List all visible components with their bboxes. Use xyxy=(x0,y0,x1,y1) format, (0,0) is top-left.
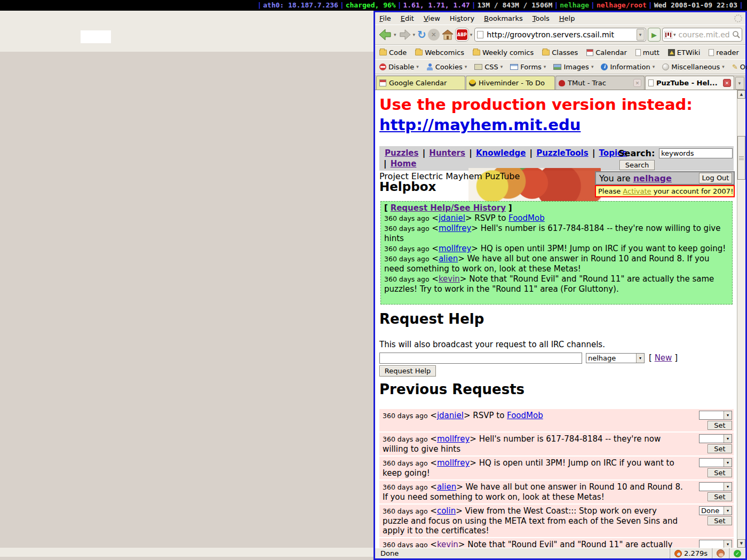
fasterfox-icon[interactable] xyxy=(674,550,682,557)
scroll-up-button[interactable]: ▲ xyxy=(737,90,745,99)
status-select[interactable]: ▾ xyxy=(699,434,732,443)
web-search-input[interactable] xyxy=(678,30,731,39)
site-search-button[interactable]: Search xyxy=(619,160,655,170)
forward-dropdown-icon[interactable]: ▾ xyxy=(413,32,416,37)
logout-button[interactable]: Log Out xyxy=(699,173,732,183)
adblock-dropdown-icon[interactable]: ▾ xyxy=(470,32,473,37)
tab-google-calendar[interactable]: Google Calendar xyxy=(376,76,465,90)
url-history-dropdown[interactable]: ▾ xyxy=(637,29,645,41)
bookmark-etwiki[interactable]: ETWiki xyxy=(668,49,700,57)
nav-knowledge[interactable]: Knowledge xyxy=(476,148,526,158)
bookmark-classes[interactable]: Classes xyxy=(542,49,578,57)
webdev-disable[interactable]: Disable▾ xyxy=(379,63,419,71)
foodmob-link[interactable]: FoodMob xyxy=(508,213,545,223)
request-help-history-link[interactable]: Request Help/See History xyxy=(391,203,506,213)
webdev-images[interactable]: Images▾ xyxy=(553,63,594,71)
bookmark-weekly-comics[interactable]: Weekly comics xyxy=(473,49,534,57)
go-button[interactable]: ▶ xyxy=(648,28,661,42)
reload-button[interactable]: ↻ xyxy=(417,27,426,43)
foodmob-link[interactable]: FoodMob xyxy=(507,411,543,420)
stop-button[interactable]: ✕ xyxy=(428,27,440,43)
webdev-outline[interactable]: ✎Outline xyxy=(732,63,747,71)
menu-history[interactable]: History xyxy=(450,14,474,22)
select-dropdown-button[interactable]: ▾ xyxy=(636,354,644,363)
webdev-forms[interactable]: Forms▾ xyxy=(510,63,546,71)
status-select[interactable]: ▾ xyxy=(699,540,732,548)
user-link[interactable]: mollfrey xyxy=(437,434,470,444)
menu-view[interactable]: View xyxy=(424,14,440,22)
scrollbar-thumb[interactable] xyxy=(737,136,745,180)
url-input[interactable] xyxy=(486,30,634,39)
user-link[interactable]: alien xyxy=(437,482,456,492)
user-link[interactable]: alien xyxy=(439,254,458,263)
greasemonkey-icon[interactable] xyxy=(717,549,725,557)
tab-close-button[interactable]: ✕ xyxy=(633,79,641,87)
magnifier-icon[interactable] xyxy=(732,30,741,39)
nav-home[interactable]: Home xyxy=(391,159,417,169)
set-button[interactable]: Set xyxy=(708,468,732,477)
menu-help[interactable]: Help xyxy=(559,14,575,22)
webdev-css[interactable]: CSS▾ xyxy=(474,63,503,71)
request-text-input[interactable] xyxy=(379,353,582,364)
set-button[interactable]: Set xyxy=(708,444,732,453)
username-link[interactable]: nelhage xyxy=(633,173,672,183)
mayhem-link[interactable]: http://mayhem.mit.edu xyxy=(379,116,581,134)
back-dropdown-icon[interactable]: ▾ xyxy=(394,32,396,37)
set-button[interactable]: Set xyxy=(708,516,732,525)
bookmark-code[interactable]: Code xyxy=(379,49,407,57)
bookmark-webcomics[interactable]: Webcomics xyxy=(415,49,464,57)
forward-button[interactable] xyxy=(399,27,411,43)
new-user-link[interactable]: New xyxy=(655,353,672,363)
user-link[interactable]: mollfrey xyxy=(437,458,470,468)
tab-hiveminder[interactable]: Hiveminder - To Do xyxy=(466,76,555,90)
webdev-cookies[interactable]: Cookies▾ xyxy=(426,63,467,71)
user-link[interactable]: kevin xyxy=(437,540,458,548)
bookmark-reader[interactable]: reader xyxy=(709,49,739,57)
menu-tools[interactable]: Tools xyxy=(533,14,550,22)
select-dropdown-button[interactable]: ▾ xyxy=(724,459,732,467)
user-link[interactable]: jdaniel xyxy=(439,213,465,223)
site-search-input[interactable] xyxy=(659,148,733,158)
request-help-button[interactable]: Request Help xyxy=(379,365,436,377)
status-select[interactable]: ▾ xyxy=(699,411,732,420)
select-dropdown-button[interactable]: ▾ xyxy=(724,507,732,515)
search-engine-dropdown-icon[interactable]: ▾ xyxy=(673,32,676,37)
search-engine-box[interactable]: ▾ xyxy=(662,28,742,42)
nav-puzzletools[interactable]: PuzzleTools xyxy=(536,148,588,158)
tab-close-button[interactable]: ✕ xyxy=(723,79,731,87)
check-icon[interactable]: ✓ xyxy=(734,550,741,557)
vertical-scrollbar[interactable]: ▲ ▼ xyxy=(737,90,745,548)
webdev-miscellaneous[interactable]: Miscellaneous▾ xyxy=(662,63,725,71)
menu-file[interactable]: File xyxy=(379,14,391,22)
tab-puztube[interactable]: PuzTube - Hel... ✕ xyxy=(645,76,734,90)
menu-bookmarks[interactable]: Bookmarks xyxy=(484,14,523,22)
select-dropdown-button[interactable]: ▾ xyxy=(724,483,732,491)
user-link[interactable]: jdaniel xyxy=(437,411,464,420)
nav-puzzles[interactable]: Puzzles xyxy=(385,148,418,158)
status-select[interactable]: ▾ xyxy=(699,482,732,491)
user-link[interactable]: colin xyxy=(437,506,456,516)
set-button[interactable]: Set xyxy=(708,421,732,430)
bookmark-calendar[interactable]: Calendar xyxy=(586,49,626,57)
set-button[interactable]: Set xyxy=(708,492,732,501)
nav-hunters[interactable]: Hunters xyxy=(429,148,465,158)
tab-tmut-trac[interactable]: TMut - Trac ✕ xyxy=(555,76,645,90)
adblock-button[interactable]: ABP xyxy=(456,27,468,43)
select-dropdown-button[interactable]: ▾ xyxy=(724,435,732,443)
home-button[interactable] xyxy=(441,27,454,43)
user-link[interactable]: mollfrey xyxy=(439,244,471,253)
list-all-tabs-button[interactable]: ▾ xyxy=(735,77,744,90)
username-select[interactable]: nelhage ▾ xyxy=(586,353,645,363)
scroll-down-button[interactable]: ▼ xyxy=(737,539,745,548)
user-link[interactable]: mollfrey xyxy=(439,223,471,233)
url-bar[interactable]: ▾ xyxy=(474,28,646,42)
back-button[interactable] xyxy=(378,27,392,43)
user-link[interactable]: kevin xyxy=(439,274,460,284)
bookmark-mutt[interactable]: mutt xyxy=(635,49,659,57)
menu-edit[interactable]: Edit xyxy=(401,14,414,22)
select-dropdown-button[interactable]: ▾ xyxy=(724,411,732,419)
webdev-information[interactable]: iInformation▾ xyxy=(601,63,655,71)
status-select[interactable]: Done▾ xyxy=(699,506,732,515)
activate-link[interactable]: Activate xyxy=(623,187,651,195)
status-select[interactable]: ▾ xyxy=(699,458,732,467)
